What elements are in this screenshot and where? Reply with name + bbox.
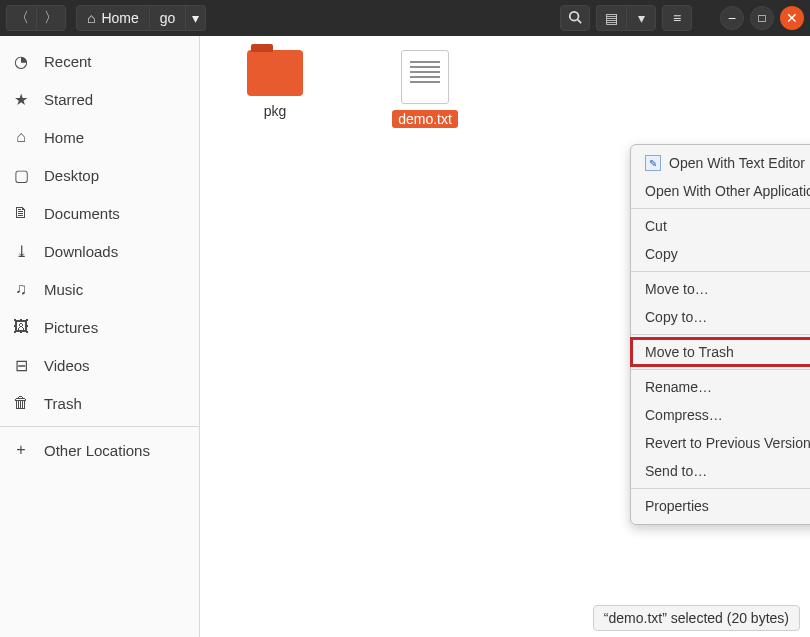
sidebar-separator xyxy=(0,426,199,427)
sidebar-item-videos[interactable]: ⊟Videos xyxy=(0,346,199,384)
context-menu-label: Move to… xyxy=(645,281,709,297)
context-menu-label: Open With Other Application xyxy=(645,183,810,199)
path-home-label: Home xyxy=(101,10,138,26)
back-button[interactable]: 〈 xyxy=(6,5,36,31)
view-dropdown[interactable]: ▾ xyxy=(626,5,656,31)
context-menu-item[interactable]: Move to TrashDelete xyxy=(631,338,810,366)
file-label: demo.txt xyxy=(392,110,458,128)
context-menu-item[interactable]: ✎Open With Text EditorReturn xyxy=(631,149,810,177)
list-icon: ▤ xyxy=(605,10,618,26)
context-menu-item[interactable]: Move to… xyxy=(631,275,810,303)
context-menu-item[interactable]: CopyCtrl+C xyxy=(631,240,810,268)
context-menu-item[interactable]: Rename…F2 xyxy=(631,373,810,401)
sidebar-item-other-locations[interactable]: +Other Locations xyxy=(0,431,199,469)
close-button[interactable]: ✕ xyxy=(780,6,804,30)
svg-line-1 xyxy=(578,19,582,23)
main-area: ◔Recent ★Starred ⌂Home ▢Desktop 🗎Documen… xyxy=(0,36,810,637)
context-menu-label: Send to… xyxy=(645,463,707,479)
sidebar-item-desktop[interactable]: ▢Desktop xyxy=(0,156,199,194)
chevron-down-icon: ▾ xyxy=(192,10,199,26)
home-icon: ⌂ xyxy=(87,10,95,26)
folder-icon xyxy=(247,50,303,96)
status-text: “demo.txt” selected (20 bytes) xyxy=(604,610,789,626)
sidebar-item-music[interactable]: ♫Music xyxy=(0,270,199,308)
context-menu-label: Compress… xyxy=(645,407,723,423)
sidebar: ◔Recent ★Starred ⌂Home ▢Desktop 🗎Documen… xyxy=(0,36,200,637)
sidebar-item-home[interactable]: ⌂Home xyxy=(0,118,199,156)
path-home[interactable]: ⌂ Home xyxy=(76,5,150,31)
star-icon: ★ xyxy=(12,90,30,109)
text-editor-icon: ✎ xyxy=(645,155,661,171)
view-list-button[interactable]: ▤ xyxy=(596,5,626,31)
context-menu-item[interactable]: Compress… xyxy=(631,401,810,429)
sidebar-item-documents[interactable]: 🗎Documents xyxy=(0,194,199,232)
sidebar-item-label: Recent xyxy=(44,53,92,70)
sidebar-item-label: Documents xyxy=(44,205,120,222)
sidebar-item-label: Videos xyxy=(44,357,90,374)
context-menu-label: Cut xyxy=(645,218,667,234)
sidebar-item-downloads[interactable]: ⤓Downloads xyxy=(0,232,199,270)
documents-icon: 🗎 xyxy=(12,204,30,222)
sidebar-item-pictures[interactable]: 🖼Pictures xyxy=(0,308,199,346)
desktop-icon: ▢ xyxy=(12,166,30,185)
minimize-button[interactable]: – xyxy=(720,6,744,30)
sidebar-item-starred[interactable]: ★Starred xyxy=(0,80,199,118)
titlebar: 〈 〉 ⌂ Home go ▾ ▤ ▾ ≡ – □ ✕ xyxy=(0,0,810,36)
context-menu-item[interactable]: Open With Other Application xyxy=(631,177,810,205)
plus-icon: + xyxy=(12,441,30,459)
videos-icon: ⊟ xyxy=(12,356,30,375)
sidebar-item-label: Pictures xyxy=(44,319,98,336)
path-current[interactable]: go xyxy=(150,5,187,31)
sidebar-item-label: Music xyxy=(44,281,83,298)
sidebar-item-label: Desktop xyxy=(44,167,99,184)
sidebar-item-recent[interactable]: ◔Recent xyxy=(0,42,199,80)
maximize-button[interactable]: □ xyxy=(750,6,774,30)
context-menu-separator xyxy=(631,334,810,335)
svg-point-0 xyxy=(570,11,579,20)
path-current-label: go xyxy=(160,10,176,26)
sidebar-item-label: Downloads xyxy=(44,243,118,260)
chevron-down-icon: ▾ xyxy=(638,10,645,26)
nav-group: 〈 〉 xyxy=(6,5,66,31)
music-icon: ♫ xyxy=(12,280,30,298)
close-icon: ✕ xyxy=(786,10,798,26)
pictures-icon: 🖼 xyxy=(12,318,30,336)
context-menu-item[interactable]: Send to… xyxy=(631,457,810,485)
context-menu-label: Revert to Previous Version… xyxy=(645,435,810,451)
context-menu-label: Move to Trash xyxy=(645,344,734,360)
context-menu-item[interactable]: PropertiesCtrl+I xyxy=(631,492,810,520)
file-item-selected[interactable]: demo.txt xyxy=(380,50,470,128)
content-area[interactable]: pkg demo.txt ✎Open With Text EditorRetur… xyxy=(200,36,810,637)
folder-label: pkg xyxy=(258,102,293,120)
sidebar-item-label: Other Locations xyxy=(44,442,150,459)
context-menu-label: Properties xyxy=(645,498,709,514)
forward-button[interactable]: 〉 xyxy=(36,5,66,31)
context-menu-separator xyxy=(631,488,810,489)
text-file-icon xyxy=(401,50,449,104)
sidebar-item-label: Home xyxy=(44,129,84,146)
trash-icon: 🗑 xyxy=(12,394,30,412)
context-menu-separator xyxy=(631,369,810,370)
downloads-icon: ⤓ xyxy=(12,242,30,261)
sidebar-item-label: Starred xyxy=(44,91,93,108)
context-menu-separator xyxy=(631,208,810,209)
search-button[interactable] xyxy=(560,5,590,31)
status-bar: “demo.txt” selected (20 bytes) xyxy=(593,605,800,631)
search-icon xyxy=(568,10,582,27)
hamburger-menu[interactable]: ≡ xyxy=(662,5,692,31)
path-dropdown[interactable]: ▾ xyxy=(186,5,206,31)
home-icon: ⌂ xyxy=(12,128,30,146)
path-bar: ⌂ Home go ▾ xyxy=(76,5,206,31)
context-menu-item[interactable]: CutCtrl+X xyxy=(631,212,810,240)
sidebar-item-trash[interactable]: 🗑Trash xyxy=(0,384,199,422)
context-menu-item[interactable]: Copy to… xyxy=(631,303,810,331)
view-group: ▤ ▾ xyxy=(596,5,656,31)
file-grid: pkg demo.txt xyxy=(200,36,810,142)
menu-icon: ≡ xyxy=(673,10,681,26)
context-menu-item[interactable]: Revert to Previous Version… xyxy=(631,429,810,457)
folder-item[interactable]: pkg xyxy=(230,50,320,120)
context-menu: ✎Open With Text EditorReturnOpen With Ot… xyxy=(630,144,810,525)
context-menu-label: Rename… xyxy=(645,379,712,395)
maximize-icon: □ xyxy=(758,11,765,25)
recent-icon: ◔ xyxy=(12,52,30,71)
